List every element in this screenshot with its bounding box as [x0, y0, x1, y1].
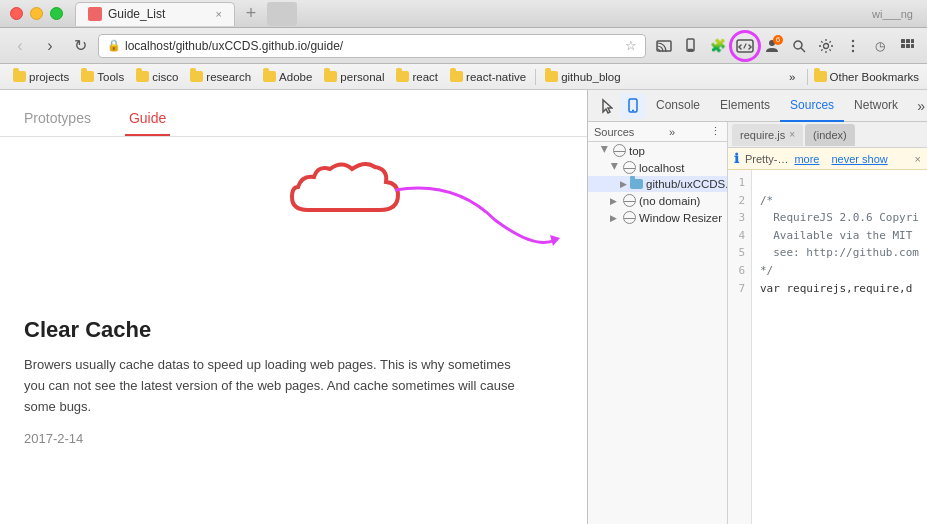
info-never-show-link[interactable]: never show [831, 153, 887, 165]
main-area: Prototypes Guide Cle [0, 90, 927, 524]
bookmark-star-icon[interactable]: ☆ [625, 38, 637, 53]
bookmarks-overflow[interactable]: » [784, 69, 800, 85]
bookmark-label: projects [29, 71, 69, 83]
info-more-link[interactable]: more [794, 153, 819, 165]
bookmark-label: personal [340, 71, 384, 83]
svg-line-6 [801, 48, 805, 52]
folder-icon-github [630, 179, 643, 189]
devtools-button[interactable] [733, 34, 757, 58]
bookmark-react[interactable]: react [391, 69, 443, 85]
apps-icon-button[interactable] [895, 34, 919, 58]
dt-code-editor: 1 2 3 4 5 6 7 /* RequireJS 2.0.6 Copyri … [728, 170, 927, 524]
folder-icon [324, 71, 337, 82]
new-tab-button[interactable]: + [239, 2, 263, 26]
dt-tab-sources[interactable]: Sources [780, 90, 844, 122]
info-close-button[interactable]: × [915, 153, 921, 165]
lock-icon: 🔒 [107, 39, 121, 52]
page-tabs: Prototypes Guide [0, 90, 587, 137]
tab-guide[interactable]: Guide [125, 102, 170, 136]
svg-point-5 [794, 41, 802, 49]
refresh-button[interactable]: ↻ [68, 34, 92, 58]
bookmark-cisco[interactable]: cisco [131, 69, 183, 85]
active-tab[interactable]: Guide_List × [75, 2, 235, 26]
dt-code-tabs: require.js × (index) [728, 122, 927, 148]
folder-icon [13, 71, 26, 82]
back-button[interactable]: ‹ [8, 34, 32, 58]
history-icon-button[interactable]: ◷ [868, 34, 892, 58]
more-menu-button[interactable] [841, 34, 865, 58]
dt-tab-network[interactable]: Network [844, 90, 908, 122]
tree-arrow-nodomain: ▶ [610, 196, 620, 206]
close-button[interactable] [10, 7, 23, 20]
globe-icon-localhost [623, 161, 636, 174]
bookmark-react-native[interactable]: react-native [445, 69, 531, 85]
dt-code-tab-require[interactable]: require.js × [732, 124, 803, 146]
forward-button[interactable]: › [38, 34, 62, 58]
tree-arrow-github: ▶ [620, 179, 627, 189]
tab-title: Guide_List [108, 7, 165, 21]
tree-item-localhost[interactable]: ▶ localhost [588, 159, 727, 176]
url-text: localhost/github/uxCCDS.github.io/guide/ [125, 39, 343, 53]
line-num: 3 [734, 209, 745, 227]
line-numbers: 1 2 3 4 5 6 7 [728, 170, 752, 524]
bookmark-label: cisco [152, 71, 178, 83]
globe-icon-resizer [623, 211, 636, 224]
svg-rect-14 [901, 44, 905, 48]
bookmark-personal[interactable]: personal [319, 69, 389, 85]
bookmark-other[interactable]: Other Bookmarks [814, 71, 919, 83]
svg-point-7 [824, 43, 829, 48]
zoom-button[interactable] [787, 34, 811, 58]
folder-icon [263, 71, 276, 82]
tree-arrow-top: ▶ [600, 146, 610, 156]
tree-item-top[interactable]: ▶ top [588, 142, 727, 159]
cast-icon-button[interactable] [652, 34, 676, 58]
titlebar: Guide_List × + wi___ng [0, 0, 927, 28]
dt-device-mode-icon[interactable] [620, 93, 646, 119]
code-tab-label: (index) [813, 129, 847, 141]
dt-sidebar-more[interactable]: » [669, 126, 675, 138]
dt-code-area: require.js × (index) ℹ Pretty-… more [728, 122, 927, 524]
info-icon: ℹ [734, 151, 739, 166]
bookmark-research[interactable]: research [185, 69, 256, 85]
bookmark-github-blog[interactable]: github_blog [540, 69, 625, 85]
dt-sources-sidebar: Sources » ⋮ ▶ top ▶ localhost [588, 122, 728, 524]
bookmark-adobe[interactable]: Adobe [258, 69, 317, 85]
bookmark-projects[interactable]: projects [8, 69, 74, 85]
bookmark-label: react-native [466, 71, 526, 83]
dt-code-tab-index[interactable]: (index) [805, 124, 855, 146]
code-tab-close[interactable]: × [789, 129, 795, 140]
svg-rect-15 [906, 44, 910, 48]
traffic-lights [10, 7, 63, 20]
globe-icon-top [613, 144, 626, 157]
dt-more-tabs-button[interactable]: » [908, 93, 927, 119]
tree-item-github[interactable]: ▶ github/uxCCDS.git… [588, 176, 727, 192]
dt-body: Sources » ⋮ ▶ top ▶ localhost [588, 122, 927, 524]
line-num: 4 [734, 227, 745, 245]
line-num: 6 [734, 262, 745, 280]
settings-button[interactable] [814, 34, 838, 58]
page-title: Clear Cache [24, 317, 563, 343]
extensions-button[interactable]: 🧩 [706, 34, 730, 58]
maximize-button[interactable] [50, 7, 63, 20]
tab-close-button[interactable]: × [216, 8, 222, 20]
bookmarks-bar: projects Tools cisco research Adobe pers… [0, 64, 927, 90]
dt-sidebar-options[interactable]: ⋮ [710, 125, 721, 138]
minimize-button[interactable] [30, 7, 43, 20]
tree-item-nodomain[interactable]: ▶ (no domain) [588, 192, 727, 209]
device-mode-button[interactable] [679, 34, 703, 58]
url-box[interactable]: 🔒 localhost/github/uxCCDS.github.io/guid… [98, 34, 646, 58]
page-body-text: Browers usually cache datas to speed up … [24, 355, 524, 417]
profiles-button[interactable]: 6 [760, 34, 784, 58]
dt-info-bar: ℹ Pretty-… more never show × [728, 148, 927, 170]
dt-inspect-icon[interactable] [592, 93, 618, 119]
tree-item-window-resizer[interactable]: ▶ Window Resizer [588, 209, 727, 226]
tree-label-top: top [629, 145, 645, 157]
dt-tab-elements[interactable]: Elements [710, 90, 780, 122]
line-num: 1 [734, 174, 745, 192]
dt-tab-console[interactable]: Console [646, 90, 710, 122]
bookmark-tools[interactable]: Tools [76, 69, 129, 85]
tab-prototypes[interactable]: Prototypes [20, 102, 95, 136]
code-tab-label: require.js [740, 129, 785, 141]
folder-icon [545, 71, 558, 82]
line-num: 7 [734, 280, 745, 298]
